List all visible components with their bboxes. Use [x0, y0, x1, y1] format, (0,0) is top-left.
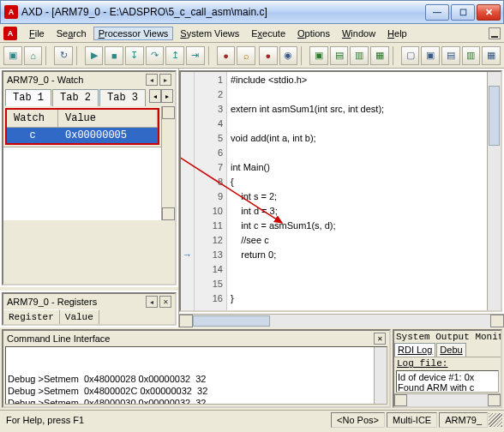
tool-misc1-icon[interactable]: ▢ [401, 46, 420, 65]
panel-scroll-left-icon[interactable]: ◂ [146, 74, 158, 86]
panel-close-icon[interactable]: ✕ [159, 296, 171, 308]
sys-hscrollbar[interactable] [394, 393, 501, 406]
cli-panel: Command Line Interface ✕ Debug >Setmem 0… [2, 329, 391, 408]
panel-scroll-right-icon[interactable]: ▸ [159, 74, 171, 86]
cli-output[interactable]: Debug >Setmem 0x48000028 0x00000032 32De… [5, 346, 387, 405]
status-help: For Help, press F1 [1, 413, 329, 427]
menu-search[interactable]: Search [51, 27, 92, 40]
tool-watch-icon[interactable]: ⌕ [237, 46, 255, 65]
tool-stop-icon[interactable]: ■ [105, 46, 123, 65]
tool-load-icon[interactable]: ⌂ [24, 46, 43, 65]
breakpoint-margin[interactable]: → [181, 72, 195, 310]
toolbar-separator [393, 46, 398, 65]
source-hscrollbar[interactable] [179, 314, 504, 327]
menu-window[interactable]: Window [337, 27, 381, 40]
resize-grip-icon[interactable] [489, 413, 502, 427]
log-file-label: Log file: [394, 357, 501, 369]
reg-col-register[interactable]: Register [3, 309, 60, 324]
window-titlebar: A AXD - [ARM79_0 - E:\ADSPRO\5_c_call_as… [0, 0, 504, 24]
toolbar-separator [208, 46, 213, 65]
tool-open-icon[interactable]: ▣ [3, 46, 22, 65]
app-icon: A [4, 5, 18, 19]
system-output-panel: System Output Monito RDI Log Debu Log fi… [393, 329, 502, 408]
tool-locals-icon[interactable]: ▥ [350, 46, 369, 65]
toolbar: ▣ ⌂ ↻ ▶ ■ ↧ ↷ ↥ ⇥ ● ⌕ ● ◉ ▣ ▤ ▥ ▦ ▢ ▣ ▤ … [0, 43, 504, 69]
status-core: ARM79_ [439, 412, 488, 428]
maximize-button[interactable]: ☐ [451, 4, 475, 21]
reg-col-value[interactable]: Value [60, 309, 99, 324]
watch-empty-area[interactable] [3, 147, 161, 220]
tabs-scroll-left-icon[interactable]: ◂ [149, 89, 161, 103]
toolbar-separator [76, 46, 81, 65]
watch-tab-2[interactable]: Tab 2 [52, 89, 99, 106]
sys-msg-line: Id of device #1: 0x [398, 372, 497, 382]
menu-file[interactable]: File [24, 27, 50, 40]
tool-misc5-icon[interactable]: ▦ [482, 46, 501, 65]
mdi-minimize-button[interactable] [489, 27, 501, 39]
source-view: → 12345678910111213141516 #include <stdi… [179, 69, 504, 327]
status-pos: <No Pos> [331, 412, 385, 428]
tool-registers-icon[interactable]: ▣ [309, 46, 328, 65]
tool-stack-icon[interactable]: ▦ [370, 46, 389, 65]
menu-help[interactable]: Help [382, 27, 412, 40]
registers-panel-title: ARM79_0 - Registers [7, 297, 97, 307]
sys-output-box[interactable]: Id of device #1: 0x Found ARM with c [396, 370, 499, 393]
status-device: Multi-ICE [387, 412, 437, 428]
toolbar-separator [45, 46, 51, 65]
watch-tab-3[interactable]: Tab 3 [99, 89, 146, 106]
sys-tab-debug[interactable]: Debu [436, 343, 465, 357]
watch-name: c [7, 128, 58, 143]
menu-system-views[interactable]: System Views [175, 27, 244, 40]
tool-halt-icon[interactable]: ◉ [279, 46, 298, 65]
close-button[interactable] [477, 4, 501, 21]
line-number-gutter: 12345678910111213141516 [195, 72, 227, 310]
tool-step-out-icon[interactable]: ↥ [165, 46, 184, 65]
watch-row-selected[interactable]: c 0x00000005 [7, 128, 158, 143]
source-code[interactable]: #include <stdio.h>extern int asmSum1(int… [227, 72, 487, 310]
tool-misc4-icon[interactable]: ▥ [462, 46, 481, 65]
tool-run-icon[interactable]: ▶ [85, 46, 104, 65]
status-bar: For Help, press F1 <No Pos> Multi-ICE AR… [0, 410, 504, 429]
toolbar-separator [301, 46, 306, 65]
registers-panel: ARM79_0 - Registers ◂ ✕ Register Value [2, 292, 177, 326]
tabs-scroll-right-icon[interactable]: ▸ [161, 89, 173, 103]
tool-run-to-cursor-icon[interactable]: ⇥ [186, 46, 205, 65]
window-title: AXD - [ARM79_0 - E:\ADSPRO\5_c_call_asm\… [21, 6, 425, 18]
tool-stop-all-icon[interactable]: ● [259, 46, 278, 65]
tool-misc3-icon[interactable]: ▤ [441, 46, 460, 65]
watch-col-watch[interactable]: Watch [7, 110, 58, 127]
menu-options[interactable]: Options [292, 27, 335, 40]
watch-value: 0x00000005 [58, 128, 134, 143]
watch-panel: ARM79_0 - Watch ◂ ▸ Tab 1 Tab 2 Tab 3 ◂ … [2, 70, 177, 285]
sys-msg-line: Found ARM with c [398, 382, 497, 393]
watch-table-highlight: Watch Value c 0x00000005 [5, 108, 159, 145]
menu-processor-views[interactable]: Processor Views [93, 27, 174, 40]
cli-close-icon[interactable]: ✕ [374, 333, 386, 345]
tool-misc2-icon[interactable]: ▣ [421, 46, 440, 65]
sys-panel-title: System Output Monito [394, 331, 501, 343]
tool-step-over-icon[interactable]: ↷ [146, 46, 165, 65]
tool-step-in-icon[interactable]: ↧ [125, 46, 144, 65]
tool-memory-icon[interactable]: ▤ [330, 46, 349, 65]
tool-breakpoint-icon[interactable]: ● [217, 46, 236, 65]
watch-col-value[interactable]: Value [58, 110, 158, 127]
menu-bar: A File Search Processor Views System Vie… [0, 24, 504, 43]
mdi-app-icon[interactable]: A [3, 27, 17, 40]
menu-execute[interactable]: Execute [246, 27, 291, 40]
watch-tab-1[interactable]: Tab 1 [5, 89, 51, 106]
cli-vscrollbar[interactable] [374, 347, 387, 404]
watch-vscrollbar[interactable] [161, 106, 175, 220]
cli-title: Command Line Interface [7, 333, 110, 344]
horizontal-splitter[interactable] [0, 287, 178, 291]
tool-reload-icon[interactable]: ↻ [54, 46, 73, 65]
minimize-button[interactable]: — [425, 4, 449, 21]
source-vscrollbar[interactable] [487, 72, 501, 310]
sys-tab-rdi-log[interactable]: RDI Log [394, 343, 435, 357]
panel-scroll-left-icon[interactable]: ◂ [146, 296, 158, 308]
watch-panel-title: ARM79_0 - Watch [7, 75, 83, 85]
